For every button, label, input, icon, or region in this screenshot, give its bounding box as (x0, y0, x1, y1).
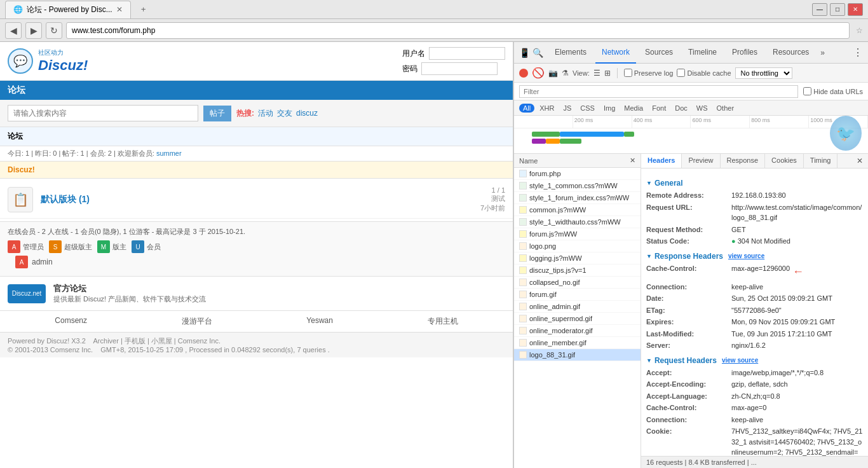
devtools-settings-btn[interactable]: ⋮ (853, 46, 863, 59)
role-super-item: S 超级版主 (49, 240, 92, 253)
filter-toggle-btn[interactable]: ⚗ (562, 69, 569, 78)
req-item-style-common[interactable]: style_1_common.css?mWW (514, 180, 641, 192)
filter-input[interactable] (519, 85, 798, 98)
view-list-btn[interactable]: ☰ (593, 69, 600, 78)
timeline-bar-5 (546, 139, 560, 144)
accept-val: image/webp,image/*,*/*;q=0.8 (731, 368, 824, 378)
maximize-btn[interactable]: □ (830, 3, 845, 16)
req-icon-css-3 (519, 218, 527, 226)
type-btn-css[interactable]: CSS (576, 104, 599, 113)
view-label: View: (573, 69, 590, 77)
new-member-link[interactable]: summer (156, 149, 182, 157)
hide-data-checkbox[interactable] (803, 87, 811, 95)
footer-link-host[interactable]: 专用主机 (428, 316, 458, 327)
hot-tag-2[interactable]: 交友 (277, 108, 292, 119)
tab-sources[interactable]: Sources (639, 42, 679, 64)
forum-info: 默认版块 (1) (41, 194, 473, 205)
devtools-inspect-icon[interactable]: 🔍 (532, 48, 543, 58)
tab-timeline[interactable]: Timeline (682, 42, 723, 64)
forward-btn[interactable]: ▶ (25, 22, 42, 39)
search-input[interactable] (8, 105, 198, 121)
accept-encoding-row: Accept-Encoding: gzip, deflate, sdch (646, 379, 863, 390)
more-tabs-btn[interactable]: » (820, 48, 825, 57)
hot-tag-3[interactable]: discuz (296, 109, 318, 118)
req-item-style-widthauto[interactable]: style_1_widthauto.css?mWW (514, 216, 641, 228)
footer-link-yeswan[interactable]: Yeswan (306, 316, 333, 327)
back-btn[interactable]: ◀ (5, 22, 22, 39)
type-btn-font[interactable]: Font (648, 104, 670, 113)
type-btn-xhr[interactable]: XHR (536, 104, 558, 113)
req-item-discuz-tips[interactable]: discuz_tips.js?v=1 (514, 265, 641, 277)
tab-close-btn[interactable]: ✕ (116, 5, 123, 14)
type-btn-doc[interactable]: Doc (671, 104, 691, 113)
date-val: Sun, 25 Oct 2015 09:09:21 GMT (731, 293, 832, 304)
details-close-btn[interactable]: ✕ (851, 154, 868, 168)
tab-resources[interactable]: Resources (766, 42, 815, 64)
details-tab-headers[interactable]: Headers (641, 154, 682, 168)
filter-bar: Hide data URLs (514, 83, 868, 100)
details-tab-response[interactable]: Response (721, 154, 766, 168)
minimize-btn[interactable]: — (812, 3, 827, 16)
throttle-select[interactable]: No throttling (735, 67, 792, 79)
req-item-online-member[interactable]: online_member.gif (514, 337, 641, 349)
address-bar[interactable] (66, 22, 850, 39)
req-close-btn[interactable]: ✕ (630, 156, 635, 165)
admin-row: A admin (8, 253, 505, 271)
username-input[interactable] (429, 47, 505, 60)
req-item-online-supermod[interactable]: online_supermod.gif (514, 313, 641, 325)
last-modified-val: Tue, 09 Jun 2015 17:21:10 GMT (731, 329, 832, 340)
accept-language-key: Accept-Language: (646, 391, 729, 402)
close-btn[interactable]: ✕ (848, 3, 863, 16)
req-item-forum-gif[interactable]: forum.gif (514, 289, 641, 301)
bookmark-icon[interactable]: ☆ (856, 26, 863, 35)
camera-btn[interactable]: 📷 (548, 69, 558, 78)
type-btn-ws[interactable]: WS (693, 104, 712, 113)
type-btn-img[interactable]: Img (600, 104, 619, 113)
req-item-forum-php[interactable]: forum.php (514, 168, 641, 180)
req-item-collapsed-no[interactable]: collapsed_no.gif (514, 277, 641, 289)
preserve-log-checkbox[interactable] (624, 69, 632, 77)
disable-cache-checkbox[interactable] (677, 69, 685, 77)
clear-btn[interactable]: 🚫 (532, 67, 545, 79)
req-item-forum-js[interactable]: forum.js?mWW (514, 228, 641, 240)
browser-tab[interactable]: 🌐 论坛 - Powered by Disc... ✕ (5, 1, 131, 18)
type-btn-js[interactable]: JS (559, 104, 575, 113)
devtools-device-icon[interactable]: 📱 (519, 48, 530, 58)
req-item-logging-js[interactable]: logging.js?mWW (514, 252, 641, 265)
record-btn[interactable] (519, 69, 528, 78)
member-label: 会员 (147, 242, 161, 252)
refresh-btn[interactable]: ↻ (46, 22, 62, 39)
admin-user-icon: A (15, 256, 28, 268)
details-tab-cookies[interactable]: Cookies (765, 154, 804, 168)
view-source-request[interactable]: view source (722, 357, 758, 364)
req-item-logo-gif[interactable]: logo_88_31.gif ↑ (514, 349, 641, 361)
site-header: 💬 社区动力 Discuz! 用户名 密码 (0, 42, 513, 81)
type-btn-media[interactable]: Media (620, 104, 647, 113)
req-item-style-forum-index[interactable]: style_1_forum_index.css?mWW (514, 192, 641, 204)
new-tab-btn[interactable]: + (136, 2, 151, 17)
hot-tag-1[interactable]: 活动 (258, 108, 273, 119)
type-btn-other[interactable]: Other (713, 104, 738, 113)
footer-link-comsenz[interactable]: Comsenz (55, 316, 87, 327)
tab-network[interactable]: Network (595, 42, 636, 64)
details-tab-timing[interactable]: Timing (804, 154, 838, 168)
forum-name[interactable]: 默认版块 (1) (41, 194, 473, 205)
cache-control-key: Cache-Control: (646, 263, 729, 280)
search-btn[interactable]: 帖子 (203, 106, 231, 121)
tab-elements[interactable]: Elements (548, 42, 593, 64)
req-item-online-moderator[interactable]: online_moderator.gif (514, 325, 641, 337)
req-item-online-admin[interactable]: online_admin.gif (514, 301, 641, 313)
req-item-common-js[interactable]: common.js?mWW (514, 204, 641, 216)
type-btn-all[interactable]: All (519, 104, 534, 113)
details-tab-preview[interactable]: Preview (682, 154, 720, 168)
cookie-val: 7HV5_2132_saltkey=i84QwF4x; 7HV5_2132_1 … (731, 426, 863, 456)
view-source-response[interactable]: view source (728, 252, 764, 259)
tab-profiles[interactable]: Profiles (726, 42, 764, 64)
password-input[interactable] (421, 62, 498, 75)
req-item-logo-png[interactable]: logo.png (514, 240, 641, 252)
req-icon-img-6 (519, 327, 527, 334)
powered-text: Powered by (8, 337, 46, 345)
view-detail-btn[interactable]: ⊞ (604, 69, 611, 78)
footer-link-roaming[interactable]: 漫游平台 (182, 316, 212, 327)
browser-window: 🌐 论坛 - Powered by Disc... ✕ + — □ ✕ ◀ ▶ … (0, 0, 868, 468)
